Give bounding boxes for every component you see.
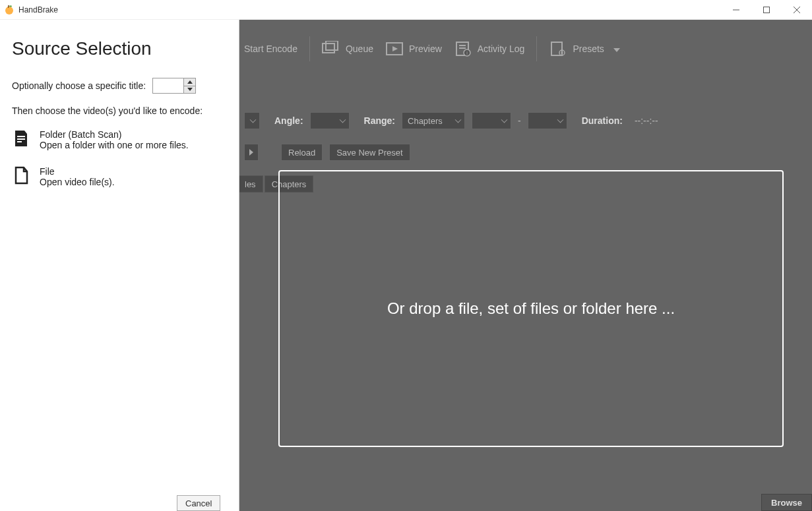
- toolbar-label: Start Encode: [244, 44, 297, 54]
- range-type-dropdown[interactable]: Chapters: [402, 112, 465, 129]
- svg-point-2: [9, 5, 12, 7]
- main-toolbar: Start Encode Queue Preview i Activity Lo…: [244, 36, 620, 61]
- specific-title-spinner[interactable]: [152, 78, 196, 94]
- open-file-option[interactable]: File Open video file(s).: [12, 165, 224, 189]
- source-selection-panel: Source Selection Optionally choose a spe…: [0, 20, 239, 511]
- queue-button[interactable]: Queue: [322, 41, 373, 57]
- svg-rect-7: [323, 44, 334, 53]
- folder-icon: [12, 129, 30, 149]
- open-folder-title: Folder (Batch Scan): [40, 129, 189, 140]
- preview-button[interactable]: Preview: [385, 41, 442, 57]
- angle-dropdown[interactable]: [310, 112, 350, 129]
- open-folder-desc: Open a folder with one or more files.: [40, 140, 189, 150]
- toolbar-label: Activity Log: [478, 44, 525, 54]
- title-controls-row: Angle: Range: Chapters - Duration: --:--…: [244, 112, 658, 129]
- drop-zone[interactable]: Or drop a file, set of files or folder h…: [278, 170, 784, 447]
- drop-zone-message: Or drop a file, set of files or folder h…: [387, 299, 675, 318]
- svg-point-18: [561, 52, 563, 54]
- activity-log-icon: i: [454, 41, 472, 57]
- svg-rect-16: [551, 42, 562, 55]
- presets-button[interactable]: Presets: [549, 41, 619, 57]
- maximize-button[interactable]: [751, 0, 782, 20]
- open-file-desc: Open video file(s).: [40, 177, 115, 187]
- toolbar-label: Presets: [573, 44, 604, 54]
- preview-icon: [385, 41, 404, 57]
- svg-marker-20: [187, 80, 193, 84]
- preset-row: Reload Save New Preset: [244, 144, 410, 161]
- title-dropdown[interactable]: [244, 112, 260, 129]
- source-selection-heading: Source Selection: [12, 38, 224, 59]
- browse-button[interactable]: Browse: [761, 494, 812, 511]
- open-file-title: File: [40, 166, 115, 177]
- window-title: HandBrake: [18, 5, 58, 15]
- tab-partial[interactable]: les: [237, 175, 263, 193]
- svg-rect-8: [326, 41, 338, 50]
- svg-rect-4: [764, 7, 770, 13]
- file-icon: [12, 166, 30, 186]
- chevron-down-icon: [613, 44, 620, 54]
- svg-point-0: [5, 7, 13, 15]
- spinner-down-icon[interactable]: [184, 86, 195, 94]
- svg-marker-19: [613, 48, 620, 52]
- choose-video-instruction: Then choose the video(s) you'd like to e…: [12, 105, 224, 116]
- svg-rect-24: [17, 141, 22, 142]
- svg-marker-21: [187, 88, 193, 91]
- spinner-up-icon[interactable]: [184, 78, 195, 86]
- svg-marker-10: [392, 46, 398, 51]
- start-encode-button[interactable]: Start Encode: [244, 44, 297, 54]
- toolbar-label: Preview: [409, 44, 442, 54]
- titlebar: HandBrake: [0, 0, 812, 20]
- range-dash: -: [518, 115, 521, 126]
- minimize-button[interactable]: [721, 0, 751, 20]
- range-end-dropdown[interactable]: [528, 112, 567, 129]
- toolbar-label: Queue: [346, 44, 373, 54]
- cancel-button[interactable]: Cancel: [177, 495, 220, 511]
- duration-value: --:--:--: [635, 115, 658, 126]
- preset-play-button[interactable]: [244, 144, 259, 161]
- range-start-dropdown[interactable]: [472, 112, 511, 129]
- queue-icon: [322, 41, 340, 57]
- range-label: Range:: [364, 115, 395, 126]
- angle-label: Angle:: [274, 115, 303, 126]
- svg-rect-23: [17, 138, 25, 140]
- save-new-preset-button[interactable]: Save New Preset: [329, 144, 410, 161]
- activity-log-button[interactable]: i Activity Log: [454, 41, 525, 57]
- close-button[interactable]: [782, 0, 812, 20]
- presets-icon: [549, 41, 567, 57]
- reload-button[interactable]: Reload: [281, 144, 323, 161]
- duration-label: Duration:: [582, 115, 623, 126]
- app-logo-icon: [4, 5, 15, 15]
- svg-rect-22: [17, 136, 25, 137]
- open-folder-option[interactable]: Folder (Batch Scan) Open a folder with o…: [12, 128, 224, 152]
- specific-title-label: Optionally choose a specific title:: [12, 80, 146, 91]
